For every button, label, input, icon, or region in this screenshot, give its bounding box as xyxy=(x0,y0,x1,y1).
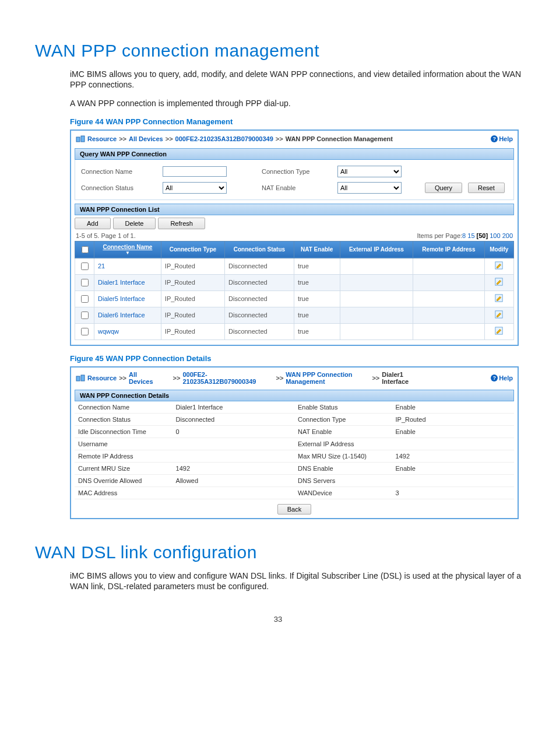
row-checkbox[interactable] xyxy=(81,295,89,303)
value: 0 xyxy=(173,425,294,438)
details-table: Connection Name Dialer1 Interface Enable… xyxy=(75,401,514,499)
breadcrumb-resource[interactable]: Resource xyxy=(87,374,117,382)
ipp-15[interactable]: 15 xyxy=(467,232,474,239)
list-section-header: WAN PPP Connection List xyxy=(75,204,514,215)
connection-name-link[interactable]: Dialer5 Interface xyxy=(98,295,145,302)
help-link[interactable]: ? Help xyxy=(491,135,513,142)
value: Enable xyxy=(392,425,514,438)
breadcrumb-current: Dialer1 Interface xyxy=(382,371,409,385)
value xyxy=(392,474,514,487)
modify-icon[interactable] xyxy=(495,310,503,318)
value xyxy=(173,487,294,499)
modify-icon[interactable] xyxy=(495,278,503,286)
cell-ext xyxy=(340,258,413,274)
label: DNS Override Allowed xyxy=(75,474,173,487)
cell-nat: true xyxy=(294,274,340,290)
cell-remote xyxy=(413,290,484,307)
reset-button[interactable]: Reset xyxy=(468,183,505,193)
table-row: Dialer1 InterfaceIP_RoutedDisconnectedtr… xyxy=(75,274,514,290)
col-connection-type[interactable]: Connection Type xyxy=(161,241,224,258)
query-button[interactable]: Query xyxy=(425,183,462,193)
delete-button[interactable]: Delete xyxy=(113,218,156,229)
label: Enable Status xyxy=(294,401,392,414)
col-modify: Modify xyxy=(484,241,513,258)
cell-remote xyxy=(413,274,484,290)
cell-type: IP_Routed xyxy=(161,274,224,290)
figure-45-panel: Resource >> All Devices >> 000FE2- 21023… xyxy=(70,366,519,519)
breadcrumb-device[interactable]: 000FE2-210235A312B079000349 xyxy=(175,135,273,142)
paragraph: iMC BIMS allows you to view and configur… xyxy=(70,570,521,592)
breadcrumb: Resource >> All Devices >> 000FE2- 21023… xyxy=(71,368,518,388)
nat-enable-label: NAT Enable xyxy=(262,184,332,191)
paragraph: A WAN PPP connection is implemented thro… xyxy=(70,98,521,108)
label: MAC Address xyxy=(75,487,173,499)
select-all-checkbox[interactable] xyxy=(82,246,89,253)
sort-down-icon: ▼ xyxy=(97,250,159,256)
resource-icon xyxy=(76,373,85,383)
connection-type-label: Connection Type xyxy=(262,168,332,175)
modify-icon[interactable] xyxy=(495,327,503,335)
connection-status-select[interactable]: All xyxy=(163,182,227,194)
add-button[interactable]: Add xyxy=(75,218,111,229)
breadcrumb-sep: >> xyxy=(276,374,283,382)
page-number: 33 xyxy=(35,615,521,624)
col-remote-ip[interactable]: Remote IP Address xyxy=(413,241,484,258)
cell-ext xyxy=(340,274,413,290)
svg-rect-1 xyxy=(81,136,85,142)
cell-ext xyxy=(340,323,413,340)
label: WANDevice xyxy=(294,487,392,499)
help-icon: ? xyxy=(491,374,498,382)
cell-type: IP_Routed xyxy=(161,258,224,274)
label: Remote IP Address xyxy=(75,450,173,462)
row-checkbox[interactable] xyxy=(81,262,89,270)
modify-icon[interactable] xyxy=(495,294,503,302)
label: Connection Name xyxy=(75,401,173,414)
breadcrumb-management[interactable]: WAN PPP Connection Management xyxy=(286,371,352,385)
connection-name-input[interactable] xyxy=(163,166,227,177)
table-row: Dialer6 InterfaceIP_RoutedDisconnectedtr… xyxy=(75,307,514,323)
cell-type: IP_Routed xyxy=(161,323,224,340)
cell-type: IP_Routed xyxy=(161,307,224,323)
col-nat-enable[interactable]: NAT Enable xyxy=(294,241,340,258)
svg-rect-0 xyxy=(76,137,80,142)
ipp-100[interactable]: 100 xyxy=(490,232,500,239)
breadcrumb-resource[interactable]: Resource xyxy=(87,135,117,142)
value: IP_Routed xyxy=(392,413,514,425)
value: 1492 xyxy=(173,462,294,474)
table-row: Dialer5 InterfaceIP_RoutedDisconnectedtr… xyxy=(75,290,514,307)
connection-name-link[interactable]: 21 xyxy=(98,262,105,270)
row-checkbox[interactable] xyxy=(81,279,89,286)
back-button[interactable]: Back xyxy=(277,504,311,514)
connection-type-select[interactable]: All xyxy=(337,166,402,177)
modify-icon[interactable] xyxy=(495,261,503,270)
nat-enable-select[interactable]: All xyxy=(337,182,402,194)
connection-name-link[interactable]: Dialer6 Interface xyxy=(98,312,145,318)
connection-name-label: Connection Name xyxy=(81,168,157,175)
ipp-200[interactable]: 200 xyxy=(502,232,513,239)
label: DNS Servers xyxy=(294,474,392,487)
refresh-button[interactable]: Refresh xyxy=(158,218,205,229)
row-checkbox[interactable] xyxy=(81,328,89,335)
ipp-8[interactable]: 8 xyxy=(462,232,466,239)
page-info: 1-5 of 5. Page 1 of 1. xyxy=(76,232,136,239)
cell-nat: true xyxy=(294,258,340,274)
col-external-ip[interactable]: External IP Address xyxy=(340,241,413,258)
breadcrumb-sep: >> xyxy=(119,135,126,142)
label: Current MRU Size xyxy=(75,462,173,474)
breadcrumb-device[interactable]: 000FE2- 210235A312B079000349 xyxy=(182,371,256,385)
svg-rect-7 xyxy=(76,376,80,381)
col-connection-status[interactable]: Connection Status xyxy=(225,241,294,258)
cell-remote xyxy=(413,307,484,323)
value: Disconnected xyxy=(173,413,294,425)
ipp-50[interactable]: [50] xyxy=(477,232,488,239)
help-link[interactable]: ? Help xyxy=(491,374,513,382)
connection-name-link[interactable]: Dialer1 Interface xyxy=(98,279,145,286)
connection-name-link[interactable]: wqwqw xyxy=(98,328,119,335)
breadcrumb-all-devices[interactable]: All Devices xyxy=(129,135,163,142)
row-checkbox[interactable] xyxy=(81,312,89,319)
breadcrumb-all-devices[interactable]: All Devices xyxy=(129,371,153,385)
value: 1492 xyxy=(392,450,514,462)
heading-wan-dsl: WAN DSL link configuration xyxy=(35,542,521,562)
col-connection-name[interactable]: Connection Name▼ xyxy=(94,241,161,258)
value xyxy=(173,450,294,462)
